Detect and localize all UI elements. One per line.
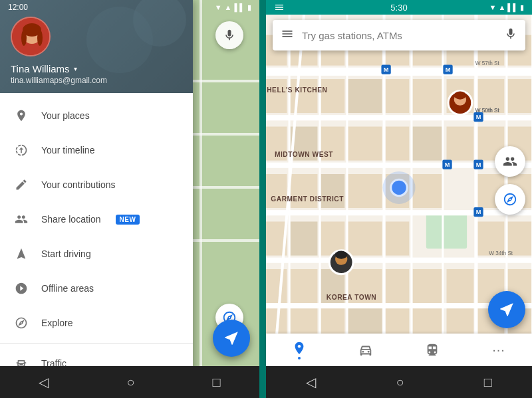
svg-rect-41 — [386, 127, 410, 161]
svg-rect-18 — [426, 211, 467, 249]
svg-rect-67 — [446, 269, 473, 303]
svg-rect-43 — [446, 127, 473, 161]
search-mic-icon[interactable] — [504, 27, 517, 44]
svg-text:M: M — [446, 66, 451, 73]
mic-button-left[interactable] — [215, 21, 243, 49]
svg-rect-36 — [507, 79, 532, 113]
menu-item-offline-areas[interactable]: Offline areas — [0, 271, 193, 306]
recent-button-left[interactable]: □ — [212, 375, 220, 390]
svg-text:W 57th St: W 57th St — [475, 60, 500, 66]
home-button-left[interactable]: ○ — [126, 375, 134, 390]
svg-rect-91 — [442, 15, 444, 334]
svg-rect-7 — [200, 0, 202, 398]
search-bar[interactable] — [273, 20, 525, 50]
svg-text:W 34th St: W 34th St — [489, 250, 513, 256]
menu-label-your-contributions: Your contributions — [41, 179, 116, 190]
svg-rect-76 — [446, 306, 473, 334]
right-phone: 5:30 ▼ ▲ ▌▌ ▮ — [266, 0, 532, 398]
user-avatar — [11, 17, 51, 56]
svg-text:M: M — [476, 161, 481, 168]
new-badge: NEW — [116, 215, 140, 225]
menu-item-your-places[interactable]: Your places — [0, 98, 193, 133]
tab-bar-right: ··· — [266, 334, 532, 366]
svg-text:HELL'S KITCHEN: HELL'S KITCHEN — [267, 86, 327, 94]
svg-text:GARMENT DISTRICT: GARMENT DISTRICT — [271, 195, 344, 203]
navigation-fab-left[interactable] — [213, 320, 250, 357]
phone-divider — [259, 0, 266, 398]
back-button-left[interactable]: ◁ — [39, 374, 49, 390]
svg-point-121 — [382, 171, 415, 204]
svg-text:M: M — [384, 66, 389, 73]
svg-rect-62 — [291, 269, 318, 303]
svg-rect-82 — [266, 210, 532, 215]
svg-point-131 — [368, 350, 370, 352]
nav-bar-right: ◁ ○ □ — [266, 366, 532, 398]
menu-item-start-driving[interactable]: Start driving — [0, 237, 193, 271]
svg-rect-79 — [266, 68, 532, 76]
svg-rect-48 — [321, 174, 345, 208]
drawer: Tina Williams ▾ tina.williamaps@gmail.co… — [0, 0, 193, 398]
svg-point-129 — [335, 250, 347, 258]
svg-rect-40 — [348, 127, 382, 161]
tab-more[interactable]: ··· — [466, 334, 532, 366]
status-icons-right: ▼ ▲ ▌▌ ▮ — [489, 3, 524, 12]
menu-label-your-places: Your places — [41, 110, 90, 121]
svg-rect-58 — [386, 221, 410, 255]
tab-active-indicator — [298, 357, 301, 359]
tab-transit[interactable] — [399, 334, 466, 366]
time-left: 12:00 — [8, 3, 28, 12]
svg-rect-47 — [291, 174, 318, 208]
svg-point-14 — [21, 30, 27, 46]
svg-rect-49 — [348, 174, 382, 208]
svg-text:M: M — [476, 209, 481, 215]
offline-icon — [13, 280, 29, 296]
timeline-icon — [13, 142, 29, 158]
menu-item-your-contributions[interactable]: Your contributions — [0, 167, 193, 202]
drawer-user-name: Tina Williams ▾ — [11, 63, 182, 74]
navigation-fab-right[interactable] — [488, 291, 525, 328]
hamburger-menu-icon[interactable] — [281, 27, 294, 44]
share-location-button[interactable] — [495, 146, 525, 177]
svg-rect-71 — [291, 306, 318, 334]
svg-rect-29 — [291, 79, 318, 113]
svg-rect-32 — [386, 79, 410, 113]
explore-icon — [13, 315, 29, 331]
drawer-user-email: tina.williamaps@gmail.com — [11, 76, 182, 85]
menu-item-explore[interactable]: Explore — [0, 306, 193, 340]
status-icons-left: ▼▲▌▌▮ — [215, 3, 251, 12]
svg-text:MIDTOWN WEST: MIDTOWN WEST — [275, 151, 333, 158]
svg-rect-72 — [321, 306, 345, 334]
map-area-right: HELL'S KITCHEN MIDTOWN WEST GARMENT DIST… — [266, 15, 532, 334]
menu-label-share-location: Share location — [41, 214, 101, 225]
contributions-icon — [13, 177, 29, 193]
nav-bar-left: ◁ ○ □ — [0, 366, 259, 398]
compass-button-right[interactable] — [495, 184, 525, 215]
menu-label-your-timeline: Your timeline — [41, 145, 94, 155]
status-bar-left: 12:00 ▼▲▌▌▮ — [0, 0, 259, 15]
svg-rect-81 — [266, 163, 532, 168]
menu-divider — [0, 343, 193, 344]
svg-point-125 — [454, 91, 466, 99]
svg-rect-75 — [412, 306, 443, 334]
svg-text:KOREA TOWN: KOREA TOWN — [327, 294, 376, 301]
menu-label-explore: Explore — [41, 318, 72, 328]
svg-rect-33 — [412, 79, 443, 113]
svg-text:M: M — [476, 114, 481, 120]
menu-item-share-location[interactable]: Share location NEW — [0, 202, 193, 237]
search-input[interactable] — [302, 30, 496, 41]
recent-button-right[interactable]: □ — [484, 375, 492, 390]
home-button-right[interactable]: ○ — [396, 375, 404, 390]
menu-item-your-timeline[interactable]: Your timeline — [0, 133, 193, 167]
chevron-down-icon[interactable]: ▾ — [74, 65, 77, 72]
svg-rect-42 — [412, 127, 443, 161]
svg-rect-31 — [348, 79, 382, 113]
tab-driving[interactable] — [332, 334, 399, 366]
svg-rect-74 — [386, 306, 410, 334]
back-button-right[interactable]: ◁ — [306, 374, 316, 390]
menu-label-start-driving: Start driving — [41, 249, 91, 259]
share-location-icon — [13, 211, 29, 227]
svg-rect-87 — [319, 15, 321, 334]
tab-location[interactable] — [266, 334, 332, 366]
svg-rect-30 — [321, 79, 345, 113]
svg-rect-51 — [412, 174, 443, 208]
